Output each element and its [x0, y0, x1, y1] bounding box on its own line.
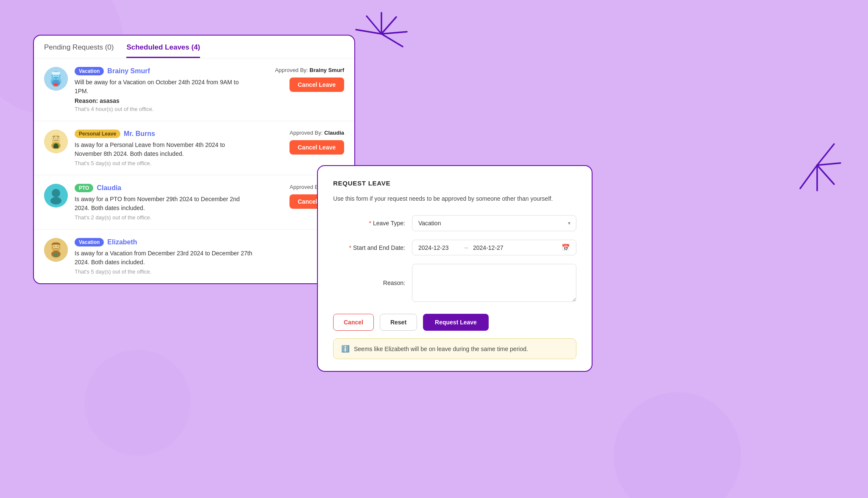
status-badge: PTO [75, 184, 93, 192]
mr-burns-avatar [44, 130, 68, 153]
svg-point-40 [54, 246, 55, 247]
leave-header: Vacation Elizabeth [75, 238, 253, 246]
leave-header: Vacation Brainy Smurf [75, 67, 253, 75]
svg-rect-21 [54, 83, 58, 86]
panel-tabs: Pending Requests (0) Scheduled Leaves (4… [34, 36, 354, 58]
employee-name: Claudia [97, 184, 121, 192]
svg-line-10 [800, 165, 817, 188]
leave-actions: Approved By: Claudia Cancel Leave [259, 130, 344, 155]
leave-content: Vacation Brainy Smurf Will be away for a… [75, 67, 253, 112]
reason-label: Reason: [333, 279, 405, 286]
svg-rect-19 [52, 72, 60, 75]
leave-actions: Approved By: Brainy Smurf Cancel Leave [259, 67, 344, 92]
svg-point-17 [54, 75, 55, 76]
leave-content: Personal Leave Mr. Burns Is away for a P… [75, 130, 253, 166]
leave-type-label: *Leave Type: [333, 220, 405, 227]
form-actions: Cancel Reset Request Leave [333, 312, 576, 331]
svg-rect-30 [53, 145, 58, 148]
leave-duration: That's 5 day(s) out of the office. [75, 160, 253, 166]
leave-duration: That's 5 day(s) out of the office. [75, 268, 253, 275]
table-row: Vacation Brainy Smurf Will be away for a… [34, 58, 354, 121]
date-range-row: *Start and End Date: → 📅 [333, 240, 576, 255]
leave-description: Is away for a PTO from November 29th 202… [75, 195, 253, 213]
leave-duration: That's 2 day(s) out of the office. [75, 214, 253, 221]
svg-point-32 [52, 189, 60, 197]
elizabeth-avatar [44, 238, 68, 262]
leave-description: Will be away for a Vacation on October 2… [75, 78, 253, 96]
request-leave-panel: REQUEST LEAVE Use this form if your requ… [317, 165, 593, 372]
status-badge: Vacation [75, 238, 104, 246]
svg-point-18 [57, 75, 58, 76]
approved-by: Approved By: Claudia [289, 130, 344, 136]
svg-point-41 [57, 246, 58, 247]
top-burst-decoration [348, 8, 415, 59]
avatar [44, 67, 68, 91]
svg-line-5 [356, 30, 381, 34]
leave-type-row: *Leave Type: Vacation Personal Leave PTO… [333, 215, 576, 231]
avatar [44, 130, 68, 153]
tab-scheduled[interactable]: Scheduled Leaves (4) [126, 43, 200, 58]
claudia-avatar [44, 184, 68, 208]
leave-description: Is away for a Personal Leave from Novemb… [75, 141, 253, 158]
svg-line-6 [817, 144, 834, 165]
reason-row: Reason: [333, 264, 576, 302]
brainy-smurf-avatar [44, 67, 68, 91]
start-date-input[interactable] [418, 244, 459, 251]
info-icon: ℹ️ [341, 345, 350, 353]
svg-line-8 [817, 165, 834, 184]
cancel-button[interactable]: Cancel [333, 314, 374, 331]
table-row: Vacation Elizabeth Is away for a Vacatio… [34, 230, 354, 283]
leave-duration: That's 4 hour(s) out of the office. [75, 106, 253, 112]
cancel-leave-button[interactable]: Cancel Leave [289, 77, 345, 92]
leave-content: PTO Claudia Is away for a PTO from Novem… [75, 184, 253, 221]
svg-point-33 [50, 197, 61, 205]
reset-button[interactable]: Reset [380, 314, 417, 331]
reason-textarea[interactable] [412, 264, 576, 302]
tab-pending[interactable]: Pending Requests (0) [44, 43, 114, 58]
approved-by: Approved By: Brainy Smurf [275, 67, 344, 73]
employee-name: Brainy Smurf [107, 67, 150, 75]
svg-line-1 [381, 17, 396, 34]
leaves-panel: Pending Requests (0) Scheduled Leaves (4… [33, 35, 355, 284]
request-panel-subtitle: Use this form if your request needs to b… [333, 194, 576, 203]
avatar [44, 184, 68, 208]
svg-line-3 [381, 34, 403, 47]
cancel-leave-button[interactable]: Cancel Leave [289, 140, 345, 155]
table-row: Personal Leave Mr. Burns Is away for a P… [34, 121, 354, 175]
date-range-label: *Start and End Date: [333, 244, 405, 251]
request-leave-button[interactable]: Request Leave [423, 314, 489, 331]
right-burst-decoration [792, 131, 843, 199]
leave-list: Vacation Brainy Smurf Will be away for a… [34, 58, 354, 283]
svg-line-2 [381, 32, 407, 34]
date-range-arrow: → [463, 244, 469, 251]
svg-line-4 [367, 16, 381, 34]
leave-type-select[interactable]: Vacation Personal Leave PTO Sick Leave [412, 215, 576, 231]
overlap-warning-text: Seems like Elizabeth will be on leave du… [354, 346, 528, 352]
leave-header: Personal Leave Mr. Burns [75, 130, 253, 138]
leave-content: Vacation Elizabeth Is away for a Vacatio… [75, 238, 253, 275]
overlap-warning: ℹ️ Seems like Elizabeth will be on leave… [333, 338, 576, 359]
request-panel-title: REQUEST LEAVE [333, 180, 576, 187]
svg-rect-43 [53, 253, 58, 257]
svg-point-28 [58, 138, 58, 138]
svg-point-27 [53, 138, 54, 138]
status-badge: Vacation [75, 67, 104, 75]
leave-type-select-wrap: Vacation Personal Leave PTO Sick Leave ▾ [412, 215, 576, 231]
status-badge: Personal Leave [75, 130, 120, 138]
svg-line-7 [817, 163, 840, 165]
avatar [44, 238, 68, 262]
employee-name: Elizabeth [107, 238, 137, 246]
leave-description: Is away for a Vacation from December 23r… [75, 249, 253, 267]
table-row: PTO Claudia Is away for a PTO from Novem… [34, 175, 354, 230]
date-range-input[interactable]: → 📅 [412, 240, 576, 255]
leave-reason: Reason: asasas [75, 97, 253, 104]
leave-header: PTO Claudia [75, 184, 253, 192]
calendar-icon: 📅 [562, 243, 570, 252]
end-date-input[interactable] [473, 244, 513, 251]
employee-name: Mr. Burns [124, 130, 155, 138]
